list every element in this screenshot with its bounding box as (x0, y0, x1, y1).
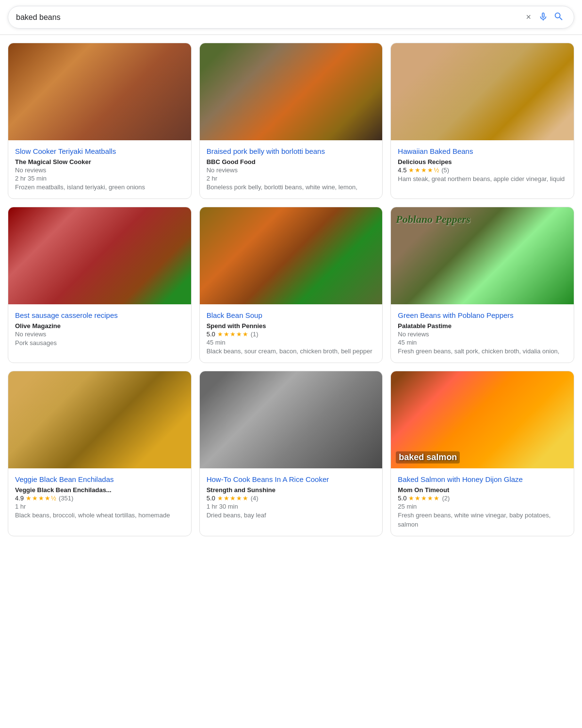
card-time: 2 hr (207, 175, 376, 182)
card-body-salmon: Baked Salmon with Honey Dijon GlazeMom O… (391, 468, 574, 535)
card-title[interactable]: How-To Cook Beans In A Rice Cooker (207, 474, 376, 484)
close-icon: × (526, 12, 531, 22)
card-body-ricecooker: How-To Cook Beans In A Rice CookerStreng… (200, 468, 383, 527)
rating-score: 4.5 (398, 166, 406, 174)
card-body-blackbeansoup: Black Bean SoupSpend with Pennies5.0★★★★… (200, 304, 383, 363)
card-ingredients: Ham steak, great northern beans, apple c… (398, 175, 567, 183)
card-body-teriyaki: Slow Cooker Teriyaki MeatballsThe Magica… (8, 140, 191, 199)
card-time: 2 hr 35 min (15, 175, 184, 182)
recipe-card-blackbeansoup[interactable]: Black Bean SoupSpend with Pennies5.0★★★★… (199, 207, 383, 363)
card-image-hawaiian (391, 43, 574, 140)
recipe-card-salmon[interactable]: baked salmonBaked Salmon with Honey Dijo… (390, 371, 574, 536)
card-image-greenbeans: Poblano Peppers (391, 207, 574, 304)
card-image-sausage (8, 207, 191, 304)
rating-score: 5.0 (398, 495, 406, 502)
card-time: 45 min (398, 339, 567, 346)
search-button[interactable] (551, 11, 566, 23)
card-ingredients: Fresh green beans, white wine vinegar, b… (398, 511, 567, 529)
recipe-card-ricecooker[interactable]: How-To Cook Beans In A Rice CookerStreng… (199, 371, 383, 536)
rating-count: (351) (59, 495, 73, 502)
card-body-greenbeans: Green Beans with Poblano PeppersPalatabl… (391, 304, 574, 363)
search-input[interactable] (16, 13, 522, 22)
rating-count: (5) (441, 166, 449, 174)
recipes-grid: Slow Cooker Teriyaki MeatballsThe Magica… (0, 35, 582, 544)
card-title[interactable]: Braised pork belly with borlotti beans (207, 146, 376, 156)
search-bar-container: × (0, 0, 582, 35)
card-body-borlotti: Braised pork belly with borlotti beansBB… (200, 140, 383, 199)
card-ingredients: Black beans, sour cream, bacon, chicken … (207, 347, 376, 356)
card-title[interactable]: Black Bean Soup (207, 310, 376, 320)
card-image-blackbeansoup (200, 207, 383, 304)
card-reviews: No reviews (15, 331, 184, 338)
card-ingredients: Pork sausages (15, 339, 184, 347)
recipe-card-sausage[interactable]: Best sausage casserole recipesOlive Maga… (8, 207, 192, 363)
card-image-salmon: baked salmon (391, 371, 574, 468)
card-rating: 4.5★★★★½(5) (398, 166, 567, 174)
recipe-card-teriyaki[interactable]: Slow Cooker Teriyaki MeatballsThe Magica… (8, 43, 192, 199)
card-body-hawaiian: Hawaiian Baked BeansDelicious Recipes4.5… (391, 140, 574, 190)
card-rating: 5.0★★★★★(4) (207, 495, 376, 502)
card-source: Palatable Pastime (398, 322, 567, 330)
star-icons: ★★★★½ (408, 166, 439, 174)
card-image-teriyaki (8, 43, 191, 140)
card-rating: 5.0★★★★★(2) (398, 495, 567, 502)
star-icons: ★★★★½ (26, 495, 57, 502)
rating-score: 5.0 (207, 495, 215, 502)
card-reviews: No reviews (15, 166, 184, 174)
mic-icon (538, 11, 549, 22)
card-source: Spend with Pennies (207, 322, 376, 330)
mic-button[interactable] (535, 11, 551, 23)
card-time: 45 min (207, 339, 376, 346)
card-title[interactable]: Baked Salmon with Honey Dijon Glaze (398, 474, 567, 484)
search-icon (553, 11, 564, 22)
card-body-sausage: Best sausage casserole recipesOlive Maga… (8, 304, 191, 354)
rating-count: (2) (442, 495, 450, 502)
card-image-ricecooker (200, 371, 383, 468)
card-time: 1 hr (15, 503, 184, 510)
star-icons: ★★★★★ (217, 331, 249, 338)
card-time: 1 hr 30 min (207, 503, 376, 510)
rating-score: 5.0 (207, 331, 215, 338)
card-ingredients: Dried beans, bay leaf (207, 511, 376, 520)
card-ingredients: Fresh green beans, salt pork, chicken br… (398, 347, 567, 356)
recipe-card-enchiladas[interactable]: Veggie Black Bean EnchiladasVeggie Black… (8, 371, 192, 536)
card-title[interactable]: Veggie Black Bean Enchiladas (15, 474, 184, 484)
card-source: Olive Magazine (15, 322, 184, 330)
image-overlay-text: Poblano Peppers (396, 213, 470, 226)
card-source: Strength and Sunshine (207, 486, 376, 494)
recipe-card-hawaiian[interactable]: Hawaiian Baked BeansDelicious Recipes4.5… (390, 43, 574, 199)
clear-button[interactable]: × (522, 12, 535, 22)
card-body-enchiladas: Veggie Black Bean EnchiladasVeggie Black… (8, 468, 191, 527)
card-reviews: No reviews (207, 166, 376, 174)
search-bar: × (8, 6, 574, 29)
rating-count: (1) (251, 331, 259, 338)
card-ingredients: Boneless pork belly, borlotti beans, whi… (207, 183, 376, 192)
card-source: The Magical Slow Cooker (15, 158, 184, 165)
star-icons: ★★★★★ (408, 495, 440, 502)
recipe-card-borlotti[interactable]: Braised pork belly with borlotti beansBB… (199, 43, 383, 199)
rating-count: (4) (251, 495, 259, 502)
card-image-enchiladas (8, 371, 191, 468)
card-rating: 5.0★★★★★(1) (207, 331, 376, 338)
card-title[interactable]: Green Beans with Poblano Peppers (398, 310, 567, 320)
card-title[interactable]: Slow Cooker Teriyaki Meatballs (15, 146, 184, 156)
recipe-card-greenbeans[interactable]: Poblano PeppersGreen Beans with Poblano … (390, 207, 574, 363)
card-reviews: No reviews (398, 331, 567, 338)
card-rating: 4.9★★★★½(351) (15, 495, 184, 502)
card-source: Mom On Timeout (398, 486, 567, 494)
card-source: Delicious Recipes (398, 158, 567, 165)
card-title[interactable]: Hawaiian Baked Beans (398, 146, 567, 156)
card-source: Veggie Black Bean Enchiladas... (15, 486, 184, 494)
card-image-borlotti (200, 43, 383, 140)
image-overlay-top-text: baked salmon (396, 451, 460, 463)
rating-score: 4.9 (15, 495, 24, 502)
card-source: BBC Good Food (207, 158, 376, 165)
star-icons: ★★★★★ (217, 495, 249, 502)
card-title[interactable]: Best sausage casserole recipes (15, 310, 184, 320)
card-ingredients: Black beans, broccoli, whole wheat torti… (15, 511, 184, 520)
card-ingredients: Frozen meatballs, island teriyaki, green… (15, 183, 184, 192)
card-time: 25 min (398, 503, 567, 510)
